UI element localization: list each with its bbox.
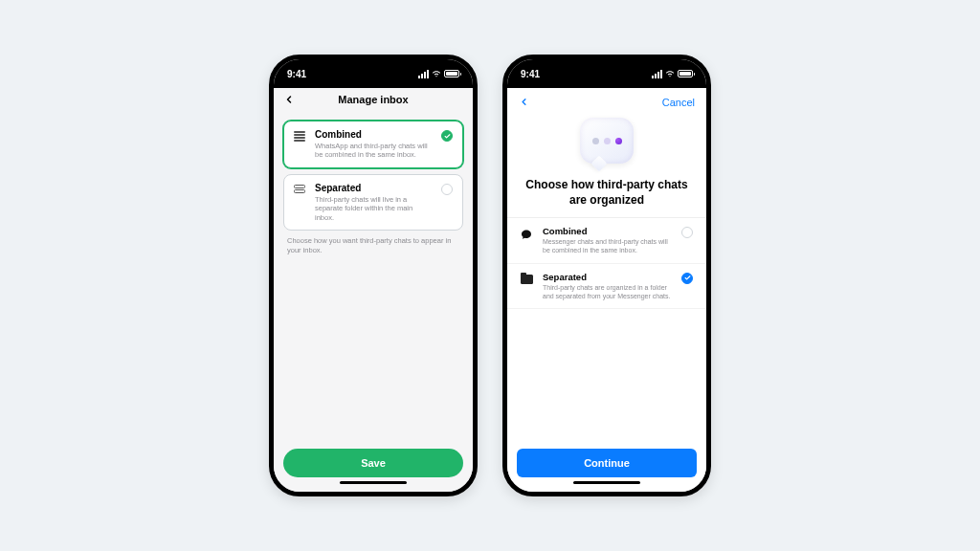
back-button[interactable]	[283, 92, 295, 108]
option-separated[interactable]: Separated Third-party chats will live in…	[283, 174, 463, 231]
status-icons	[652, 69, 693, 78]
chevron-left-icon	[519, 97, 529, 107]
radio-selected[interactable]	[681, 273, 693, 284]
back-button[interactable]	[519, 94, 529, 110]
home-indicator	[340, 481, 407, 485]
chat-bubble-icon	[580, 118, 634, 164]
option-subtitle: WhatsApp and third-party chats will be c…	[315, 142, 434, 160]
option-combined[interactable]: Combined Messenger chats and third-party…	[507, 218, 706, 263]
wifi-icon	[665, 69, 675, 78]
battery-icon	[678, 70, 693, 77]
option-separated[interactable]: Separated Third-party chats are organize…	[507, 264, 706, 309]
chevron-left-icon	[283, 94, 295, 105]
radio-selected[interactable]	[441, 130, 453, 142]
status-time: 9:41	[521, 69, 540, 79]
phone-messenger: 9:41 Cancel Choose how third-party chats…	[502, 55, 711, 496]
option-subtitle: Third-party chats are organized in a fol…	[543, 283, 673, 300]
page-title: Manage inbox	[338, 94, 408, 105]
check-icon	[444, 133, 451, 140]
wifi-icon	[432, 69, 441, 78]
option-combined[interactable]: Combined WhatsApp and third-party chats …	[283, 121, 463, 168]
cellular-icon	[418, 70, 429, 78]
hero: Choose how third-party chats are organiz…	[507, 116, 706, 217]
status-bar: 9:41	[274, 59, 473, 88]
chat-icon	[521, 227, 534, 244]
home-indicator	[573, 481, 640, 485]
dynamic-island	[344, 65, 403, 80]
save-button[interactable]: Save	[283, 449, 463, 477]
option-subtitle: Third-party chats will live in a separat…	[315, 195, 434, 222]
option-title: Separated	[543, 272, 673, 282]
cancel-button[interactable]: Cancel	[662, 97, 695, 108]
separated-icon	[294, 185, 307, 194]
battery-icon	[444, 70, 459, 77]
cellular-icon	[652, 70, 662, 78]
option-title: Combined	[543, 226, 673, 236]
option-title: Combined	[315, 129, 434, 140]
radio-unselected[interactable]	[681, 227, 693, 238]
option-title: Separated	[315, 183, 434, 193]
heading: Choose how third-party chats are organiz…	[523, 177, 691, 208]
status-time: 9:41	[287, 69, 306, 79]
dynamic-island	[577, 65, 636, 80]
continue-button[interactable]: Continue	[517, 449, 697, 477]
check-icon	[684, 275, 691, 281]
folder-icon	[521, 273, 534, 284]
nav-bar: Manage inbox	[274, 88, 473, 113]
option-subtitle: Messenger chats and third-party chats wi…	[543, 237, 673, 254]
status-bar: 9:41	[507, 59, 706, 88]
radio-unselected[interactable]	[441, 184, 453, 195]
nav-bar: Cancel	[507, 88, 706, 116]
status-icons	[418, 69, 459, 78]
phone-whatsapp: 9:41 Manage inbox Combin	[269, 55, 478, 496]
combined-icon	[294, 131, 307, 142]
help-text: Choose how you want third-party chats to…	[283, 231, 463, 255]
